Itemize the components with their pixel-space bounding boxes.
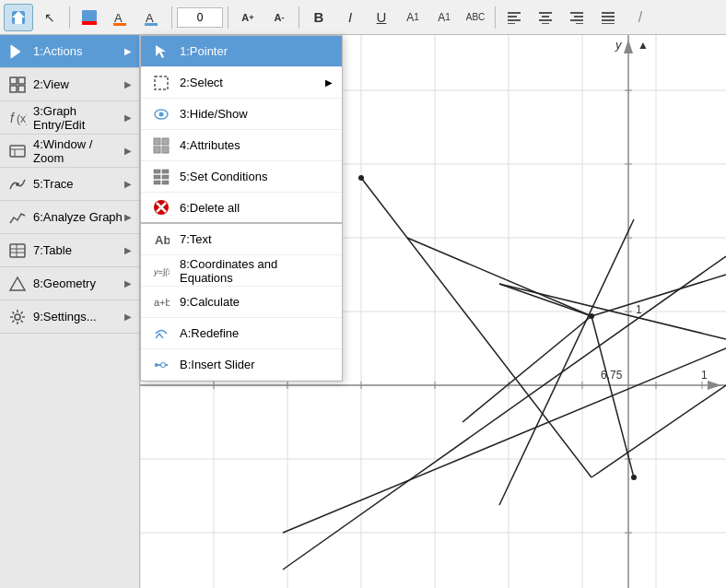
svg-text:Ab[: Ab[	[155, 233, 170, 247]
dropdown-delete-all-label: 6:Delete all	[180, 201, 240, 215]
svg-text:y=∫(x): y=∫(x)	[153, 267, 170, 276]
dropdown-item-redefine[interactable]: A:Redefine	[141, 318, 342, 349]
actions-dropdown: 1:Pointer 2:Select ▶ 3:Hide/Show 4:Attri…	[140, 35, 343, 382]
sidebar-item-table-label: 7:Table	[33, 243, 124, 257]
dropdown-item-insert-slider[interactable]: B:Insert Slider	[141, 349, 342, 381]
svg-text:6.75: 6.75	[601, 369, 623, 382]
separator-5	[495, 6, 496, 29]
dropdown-item-delete-all[interactable]: 6:Delete all	[141, 193, 342, 224]
separator-1	[69, 6, 70, 29]
dropdown-item-calculate[interactable]: a+b 9:Calculate	[141, 287, 342, 318]
svg-rect-65	[155, 363, 158, 367]
sidebar-item-settings-label: 9:Settings...	[33, 310, 124, 323]
svg-point-45	[159, 112, 164, 116]
svg-point-35	[16, 182, 19, 186]
sidebar-item-trace[interactable]: 5:Trace ▶	[0, 168, 139, 201]
subscript-button[interactable]: A1	[429, 4, 459, 31]
color2-button[interactable]: A	[106, 4, 135, 31]
sidebar-item-geometry-label: 8:Geometry	[33, 276, 124, 290]
align-center-button[interactable]	[532, 4, 561, 31]
sidebar-item-graph-label: 3:Graph Entry/Edit	[33, 104, 124, 132]
window-zoom-icon	[7, 141, 28, 161]
settings-icon	[7, 307, 28, 327]
sidebar-item-settings[interactable]: 9:Settings... ▶	[0, 300, 139, 334]
svg-rect-26	[10, 77, 17, 84]
geometry-arrow: ▶	[124, 278, 132, 288]
delete-all-icon	[150, 196, 172, 218]
dropdown-item-pointer[interactable]: 1:Pointer	[141, 36, 342, 67]
svg-rect-1	[15, 17, 22, 24]
separator-2	[171, 6, 172, 29]
table-icon	[7, 241, 28, 261]
separator-3	[228, 6, 228, 29]
align-right-button[interactable]	[563, 4, 592, 31]
align-left-button[interactable]	[500, 4, 530, 31]
font-grow-button[interactable]: A+	[233, 4, 263, 31]
dropdown-item-select[interactable]: 2:Select ▶	[141, 67, 342, 99]
font-shrink-button[interactable]: A-	[264, 4, 294, 31]
svg-point-41	[15, 314, 20, 320]
svg-point-104	[358, 175, 364, 181]
svg-rect-28	[10, 86, 17, 92]
coord-eq-icon: y=∫(x)	[150, 260, 172, 282]
svg-rect-27	[18, 77, 25, 84]
dropdown-item-coord-eq[interactable]: y=∫(x) 8:Coordinates and Equations	[141, 255, 342, 287]
sidebar-item-analyze[interactable]: 6:Analyze Graph ▶	[0, 201, 139, 234]
dropdown-set-conditions-label: 5:Set Conditions	[180, 170, 267, 183]
svg-line-116	[591, 275, 726, 316]
superscript-button[interactable]: A1	[398, 4, 427, 31]
dropdown-item-text[interactable]: Ab[ 7:Text	[141, 224, 342, 255]
sidebar-item-actions[interactable]: 1:Actions ▶	[0, 35, 139, 68]
dropdown-hide-show-label: 3:Hide/Show	[180, 107, 248, 121]
sidebar-item-table[interactable]: 7:Table ▶	[0, 234, 139, 267]
svg-rect-6	[113, 23, 126, 26]
dropdown-item-set-conditions[interactable]: 5:Set Conditions	[141, 161, 342, 193]
sidebar-item-view[interactable]: 2:View ▶	[0, 68, 139, 101]
sidebar-item-geometry[interactable]: 8:Geometry ▶	[0, 267, 139, 300]
sidebar-item-view-label: 2:View	[33, 77, 124, 91]
color3-button[interactable]: A	[137, 4, 167, 31]
svg-rect-4	[82, 21, 97, 25]
svg-text:a+b: a+b	[154, 297, 170, 308]
svg-marker-42	[156, 45, 166, 58]
dropdown-pointer-label: 1:Pointer	[180, 44, 228, 58]
font-size-input[interactable]	[177, 7, 223, 28]
dropdown-coord-eq-label: 8:Coordinates and Equations	[180, 257, 333, 285]
actions-icon	[7, 41, 28, 62]
calculate-icon: a+b	[150, 291, 172, 313]
svg-rect-47	[162, 138, 169, 145]
trace-arrow: ▶	[124, 179, 132, 189]
svg-text:A: A	[146, 11, 154, 25]
settings-arrow: ▶	[124, 312, 132, 322]
svg-marker-117	[624, 40, 633, 53]
insert-slider-icon	[150, 354, 172, 376]
pointer-icon	[150, 41, 172, 63]
svg-rect-48	[154, 147, 160, 153]
dropdown-item-attributes[interactable]: 4:Attributes	[141, 130, 342, 161]
dropdown-item-hide-show[interactable]: 3:Hide/Show	[141, 99, 342, 130]
view-icon	[7, 75, 28, 95]
svg-rect-43	[155, 76, 168, 89]
attributes-icon	[150, 135, 172, 157]
pointer-button[interactable]: ↖	[35, 4, 64, 31]
home-button[interactable]	[4, 4, 33, 31]
abc-button[interactable]: ABC	[461, 4, 490, 31]
align-justify-button[interactable]	[594, 4, 624, 31]
sidebar-item-window-zoom[interactable]: 4:Window / Zoom ▶	[0, 135, 139, 168]
dropdown-select-label: 2:Select	[180, 76, 223, 89]
svg-line-115	[283, 348, 726, 533]
svg-rect-51	[162, 170, 169, 173]
slash-button[interactable]: /	[626, 4, 655, 31]
bold-button[interactable]: B	[304, 4, 334, 31]
svg-line-109	[463, 316, 591, 422]
svg-marker-25	[11, 45, 20, 58]
sidebar-item-graph-entry[interactable]: f(x) 3:Graph Entry/Edit ▶	[0, 101, 139, 135]
color1-button[interactable]	[75, 4, 104, 31]
dropdown-insert-slider-label: B:Insert Slider	[180, 358, 255, 371]
geometry-icon	[7, 274, 28, 294]
sidebar-item-trace-label: 5:Trace	[33, 177, 124, 191]
italic-button[interactable]: I	[335, 4, 365, 31]
underline-button[interactable]: U	[367, 4, 396, 31]
table-arrow: ▶	[124, 245, 132, 255]
actions-arrow: ▶	[124, 46, 132, 56]
